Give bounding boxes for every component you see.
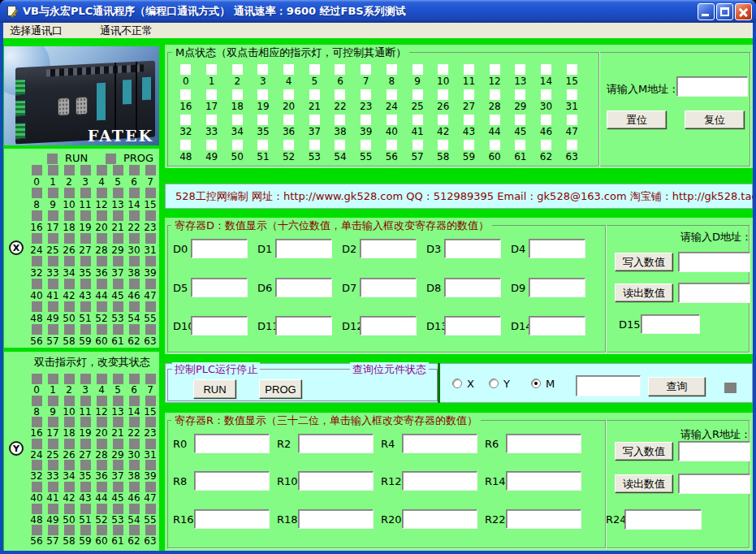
d6-input[interactable] (275, 278, 332, 297)
x-indicator-39[interactable] (145, 256, 156, 266)
y-indicator-47[interactable] (145, 482, 156, 492)
y-indicator-58[interactable] (64, 525, 75, 535)
x-indicator-56[interactable] (32, 324, 42, 335)
m-indicator-8[interactable] (387, 64, 397, 75)
y-indicator-63[interactable] (145, 525, 156, 535)
d7-input[interactable] (360, 278, 417, 297)
x-indicator-14[interactable] (129, 188, 140, 198)
y-indicator-5[interactable] (113, 374, 123, 384)
y-indicator-56[interactable] (32, 525, 42, 535)
prog-button[interactable]: PROG (259, 379, 302, 399)
x-indicator-63[interactable] (145, 324, 156, 335)
m-indicator-27[interactable] (464, 89, 474, 100)
m-indicator-46[interactable] (541, 115, 551, 125)
m-indicator-29[interactable] (515, 89, 525, 100)
x-indicator-34[interactable] (64, 256, 75, 266)
x-indicator-31[interactable] (145, 233, 156, 244)
m-indicator-37[interactable] (309, 115, 320, 125)
x-indicator-32[interactable] (32, 256, 42, 266)
y-indicator-12[interactable] (97, 396, 107, 406)
m-address-input[interactable] (676, 76, 748, 97)
y-indicator-53[interactable] (113, 504, 123, 514)
m-indicator-38[interactable] (335, 115, 345, 125)
x-indicator-51[interactable] (80, 301, 91, 312)
x-indicator-61[interactable] (113, 324, 123, 335)
m-indicator-49[interactable] (206, 140, 217, 150)
y-indicator-35[interactable] (80, 460, 91, 470)
x-indicator-58[interactable] (64, 324, 75, 335)
x-indicator-37[interactable] (113, 256, 123, 266)
m-indicator-21[interactable] (309, 89, 320, 100)
y-indicator-3[interactable] (80, 374, 91, 384)
x-indicator-42[interactable] (64, 279, 75, 289)
x-indicator-11[interactable] (80, 188, 91, 198)
x-indicator-8[interactable] (32, 188, 42, 198)
m-indicator-32[interactable] (180, 115, 191, 125)
m-indicator-1[interactable] (206, 64, 217, 75)
x-indicator-35[interactable] (80, 256, 91, 266)
y-indicator-2[interactable] (64, 374, 75, 384)
x-indicator-62[interactable] (129, 324, 140, 335)
x-indicator-15[interactable] (145, 188, 156, 198)
y-indicator-27[interactable] (80, 439, 91, 449)
x-indicator-23[interactable] (145, 210, 156, 221)
x-indicator-49[interactable] (48, 301, 58, 312)
close-button[interactable] (735, 3, 752, 20)
x-indicator-59[interactable] (80, 324, 91, 335)
r-read-button[interactable]: 读出数值 (615, 474, 673, 493)
y-indicator-21[interactable] (113, 417, 123, 427)
d-read-value-input[interactable] (678, 283, 750, 303)
query-button[interactable]: 查询 (648, 377, 706, 396)
m-indicator-43[interactable] (464, 115, 474, 125)
y-indicator-32[interactable] (32, 460, 42, 470)
m-indicator-63[interactable] (567, 140, 577, 150)
m-indicator-19[interactable] (257, 89, 268, 100)
m-indicator-42[interactable] (438, 115, 448, 125)
x-indicator-60[interactable] (97, 324, 107, 335)
r12-input[interactable] (402, 471, 477, 491)
d11-input[interactable] (275, 316, 332, 335)
radio-x[interactable]: X (452, 377, 474, 390)
m-indicator-47[interactable] (567, 115, 577, 125)
y-indicator-60[interactable] (97, 525, 107, 535)
r20-input[interactable] (402, 509, 477, 529)
menu-item-comm-status[interactable]: 通讯不正常 (93, 23, 159, 38)
r10-input[interactable] (298, 471, 374, 491)
m-indicator-31[interactable] (567, 89, 577, 100)
x-indicator-36[interactable] (97, 256, 107, 266)
m-indicator-17[interactable] (206, 89, 217, 100)
m-indicator-36[interactable] (283, 115, 294, 125)
r-write-button[interactable]: 写入数值 (615, 442, 673, 461)
r4-input[interactable] (402, 434, 477, 453)
y-indicator-36[interactable] (97, 460, 107, 470)
m-indicator-26[interactable] (438, 89, 448, 100)
d0-input[interactable] (191, 239, 248, 258)
y-indicator-10[interactable] (64, 396, 75, 406)
x-indicator-33[interactable] (48, 256, 58, 266)
r6-input[interactable] (506, 434, 581, 453)
y-indicator-13[interactable] (113, 396, 123, 406)
m-indicator-11[interactable] (464, 64, 474, 75)
y-indicator-43[interactable] (80, 482, 91, 492)
y-indicator-15[interactable] (145, 396, 156, 406)
r-read-value-input[interactable] (678, 474, 750, 494)
m-indicator-45[interactable] (515, 115, 525, 125)
y-indicator-39[interactable] (145, 460, 156, 470)
x-indicator-29[interactable] (113, 233, 123, 244)
r8-input[interactable] (194, 471, 270, 491)
x-indicator-21[interactable] (113, 210, 123, 221)
m-indicator-33[interactable] (206, 115, 217, 125)
y-indicator-9[interactable] (48, 396, 58, 406)
x-indicator-18[interactable] (64, 210, 75, 221)
m-indicator-7[interactable] (361, 64, 371, 75)
y-indicator-33[interactable] (48, 460, 58, 470)
x-indicator-17[interactable] (48, 210, 58, 221)
y-indicator-61[interactable] (113, 525, 123, 535)
menu-item-select-comm-port[interactable]: 选择通讯口 (3, 23, 69, 38)
y-indicator-1[interactable] (48, 374, 58, 384)
m-indicator-23[interactable] (361, 89, 371, 100)
d-write-button[interactable]: 写入数值 (615, 253, 673, 271)
y-indicator-59[interactable] (80, 525, 91, 535)
y-indicator-40[interactable] (32, 482, 42, 492)
y-indicator-4[interactable] (97, 374, 107, 384)
